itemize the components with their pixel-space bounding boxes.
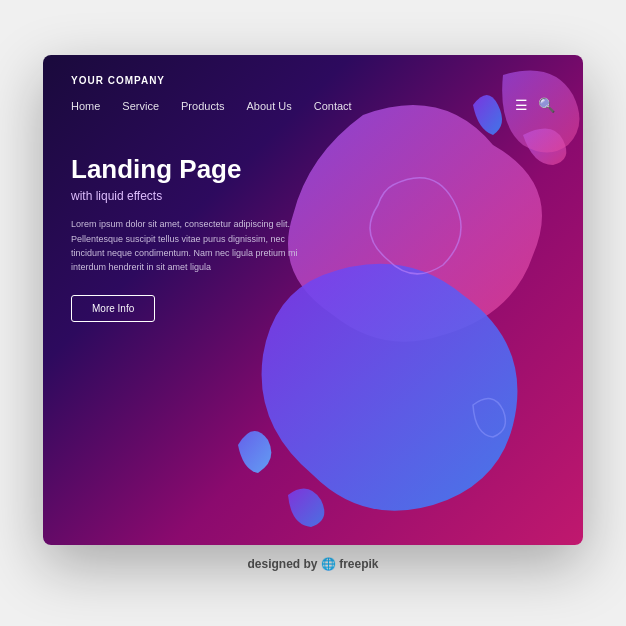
footer: designed by 🌐 freepik [247, 557, 378, 571]
landing-card: YOUR COMPANY Home Service Products About… [43, 55, 583, 545]
nav-item-products[interactable]: Products [181, 96, 224, 114]
nav-item-home[interactable]: Home [71, 96, 100, 114]
nav-item-about[interactable]: About Us [246, 96, 291, 114]
hero-title: Landing Page [71, 154, 305, 185]
nav-item-service[interactable]: Service [122, 96, 159, 114]
hero-subtitle: with liquid effects [71, 189, 305, 203]
footer-brand: freepik [339, 557, 378, 571]
company-name: YOUR COMPANY [71, 75, 555, 86]
more-info-button[interactable]: More Info [71, 295, 155, 322]
navigation: YOUR COMPANY Home Service Products About… [43, 55, 583, 114]
menu-icon[interactable]: ☰ [515, 97, 528, 113]
nav-menu: Home Service Products About Us Contact ☰… [71, 96, 555, 114]
search-icon[interactable]: 🔍 [538, 97, 555, 113]
hero-body: Lorem ipsum dolor sit amet, consectetur … [71, 217, 305, 275]
hero-section: Landing Page with liquid effects Lorem i… [43, 114, 333, 322]
nav-item-contact[interactable]: Contact [314, 96, 352, 114]
footer-text: designed by 🌐 freepik [247, 557, 378, 571]
